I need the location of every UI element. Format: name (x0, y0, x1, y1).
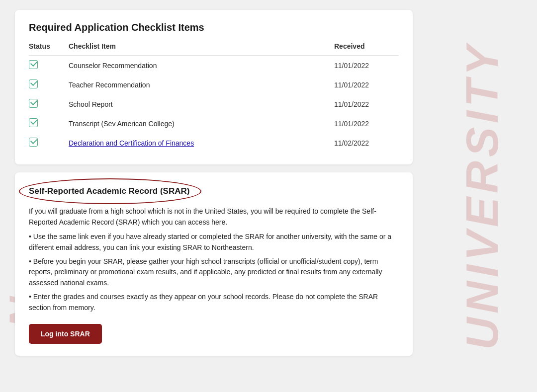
status-cell (29, 75, 69, 94)
table-row: Transcript (Sev American College)11/01/2… (29, 114, 399, 133)
checklist-card: Required Application Checklist Items Sta… (15, 10, 413, 164)
checkbox-checked-icon (29, 79, 38, 88)
checklist-title: Required Application Checklist Items (29, 22, 399, 33)
checkbox-checked-icon (29, 118, 38, 127)
srar-title-wrapper: Self-Reported Academic Record (SRAR) (29, 184, 189, 198)
status-cell (29, 133, 69, 153)
srar-bullet-1: • Use the same link even if you have alr… (29, 232, 399, 253)
srar-bullets: • Use the same link even if you have alr… (29, 232, 399, 313)
received-cell: 11/01/2022 (334, 114, 399, 133)
received-cell: 11/01/2022 (334, 75, 399, 94)
item-cell: Transcript (Sev American College) (69, 114, 334, 133)
checkbox-checked-icon (29, 60, 38, 69)
item-cell: School Report (69, 94, 334, 114)
col-header-received: Received (334, 42, 399, 56)
log-into-srar-button[interactable]: Log into SRAR (29, 324, 102, 344)
table-row: Declaration and Certification of Finance… (29, 133, 399, 153)
item-link[interactable]: Declaration and Certification of Finance… (69, 139, 194, 147)
item-cell: Teacher Recommendation (69, 75, 334, 94)
received-cell: 11/02/2022 (334, 133, 399, 153)
srar-title: Self-Reported Academic Record (SRAR) (29, 184, 189, 198)
status-cell (29, 56, 69, 76)
checklist-table: Status Checklist Item Received Counselor… (29, 42, 399, 153)
watermark-text: UNIVERSITY (457, 42, 508, 350)
main-content: Required Application Checklist Items Sta… (0, 0, 428, 392)
checkbox-checked-icon (29, 138, 38, 147)
table-row: School Report11/01/2022 (29, 94, 399, 114)
col-header-status: Status (29, 42, 69, 56)
checkbox-checked-icon (29, 99, 38, 108)
srar-card: Self-Reported Academic Record (SRAR) If … (15, 172, 413, 356)
received-cell: 11/01/2022 (334, 94, 399, 114)
srar-bullet-2: • Before you begin your SRAR, please gat… (29, 256, 399, 289)
status-cell (29, 114, 69, 133)
received-cell: 11/01/2022 (334, 56, 399, 76)
srar-body: If you will graduate from a high school … (29, 206, 399, 313)
watermark-right: UNIVERSITY (428, 0, 537, 392)
table-row: Teacher Recommendation11/01/2022 (29, 75, 399, 94)
item-cell[interactable]: Declaration and Certification of Finance… (69, 133, 334, 153)
status-cell (29, 94, 69, 114)
srar-bullet-3: • Enter the grades and courses exactly a… (29, 292, 399, 313)
item-cell: Counselor Recommendation (69, 56, 334, 76)
table-row: Counselor Recommendation11/01/2022 (29, 56, 399, 76)
srar-paragraph: If you will graduate from a high school … (29, 206, 399, 228)
col-header-item: Checklist Item (69, 42, 334, 56)
